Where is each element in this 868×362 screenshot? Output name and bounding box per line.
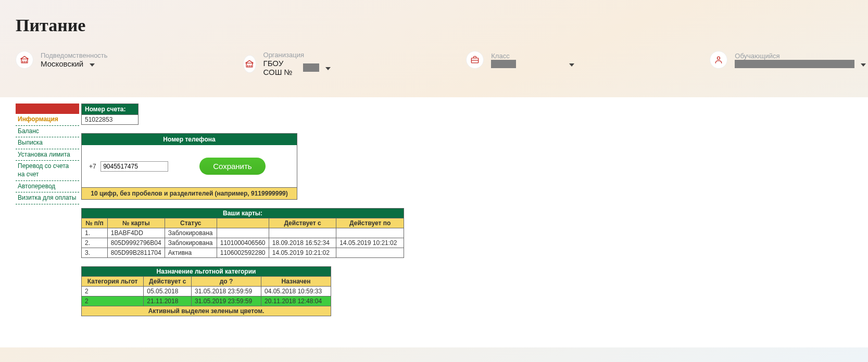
- col-header: Статус: [165, 218, 217, 228]
- col-header: Действует с: [269, 218, 336, 228]
- filters-bar: Подведомственность Московский Организаци…: [16, 51, 852, 76]
- cards-table: Ваши карты: № п/п № карты Статус Действу…: [81, 208, 404, 258]
- col-header: Категория льгот: [82, 277, 144, 287]
- page-title: Питание: [16, 16, 852, 35]
- redacted-block: [303, 63, 319, 72]
- col-header: Действует по: [336, 218, 404, 228]
- benefit-title: Назначение льготной категории: [82, 267, 331, 277]
- table-row: 1.1BABF4DDЗаблокирована: [82, 228, 404, 238]
- col-header: Назначен: [261, 277, 331, 287]
- table-row: 2 05.05.2018 31.05.2018 23:59:59 04.05.2…: [82, 287, 331, 296]
- filter-label: Подведомственность: [41, 51, 108, 59]
- filter-label: Класс: [491, 52, 574, 60]
- filter-value: ГБОУ СОШ №: [263, 59, 297, 76]
- col-header: до ?: [192, 277, 261, 287]
- col-header: [217, 218, 269, 228]
- filter-value: Московский: [41, 59, 83, 68]
- sidebar-item-limit[interactable]: Установка лимита: [16, 149, 79, 161]
- sidebar-item-statement[interactable]: Выписка: [16, 137, 79, 149]
- chevron-down-icon: [861, 63, 866, 67]
- redacted-block: [735, 60, 854, 68]
- building-icon: [16, 51, 33, 69]
- building-icon: [243, 55, 256, 73]
- sidebar-item-transfer[interactable]: Перевод со счета на счет: [16, 161, 79, 180]
- chevron-down-icon: [90, 63, 95, 67]
- filter-class[interactable]: Класс: [466, 51, 574, 69]
- chevron-down-icon: [325, 67, 331, 70]
- account-value: 51022853: [81, 115, 139, 125]
- col-header: Действует с: [144, 277, 192, 287]
- filter-student[interactable]: Обучающийся: [710, 51, 866, 69]
- sidebar: Информация Баланс Выписка Установка лими…: [16, 104, 79, 204]
- phone-block: Номер телефона +7 Сохранить 10 цифр, без…: [81, 133, 297, 200]
- account-label: Номер счета:: [81, 104, 139, 115]
- filter-label: Обучающийся: [735, 52, 866, 60]
- sidebar-item-autotransfer[interactable]: Автоперевод: [16, 181, 79, 193]
- sidebar-item-info[interactable]: Информация: [16, 114, 79, 126]
- benefit-footer: Активный выделен зеленым цветом.: [82, 306, 331, 316]
- phone-hint: 10 цифр, без пробелов и разделителей (на…: [82, 187, 297, 199]
- cards-title: Ваши карты:: [82, 209, 404, 218]
- save-button[interactable]: Сохранить: [199, 158, 266, 175]
- filter-organization[interactable]: Организация ГБОУ СОШ №: [243, 51, 331, 76]
- phone-prefix: +7: [89, 163, 96, 170]
- redacted-block: [491, 60, 516, 68]
- person-icon: [710, 51, 727, 69]
- filter-label: Организация: [263, 51, 331, 59]
- phone-input[interactable]: [100, 161, 168, 172]
- table-row: 3.805D99B2811704Активна110600259228014.0…: [82, 248, 404, 258]
- svg-point-1: [718, 57, 720, 59]
- filter-department[interactable]: Подведомственность Московский: [16, 51, 108, 69]
- chevron-down-icon: [569, 63, 574, 67]
- briefcase-icon: [466, 51, 484, 69]
- sidebar-header-bar: [16, 104, 79, 114]
- sidebar-item-paycard[interactable]: Визитка для оплаты: [16, 192, 79, 204]
- col-header: № карты: [107, 218, 165, 228]
- account-block: Номер счета: 51022853: [81, 104, 404, 125]
- table-row-active: 2 21.11.2018 31.05.2019 23:59:59 20.11.2…: [82, 296, 331, 306]
- sidebar-item-balance[interactable]: Баланс: [16, 126, 79, 138]
- col-header: № п/п: [82, 218, 108, 228]
- benefit-table: Назначение льготной категории Категория …: [81, 266, 331, 316]
- table-row: 2.805D9992796B04Заблокирована11010004065…: [82, 238, 404, 248]
- phone-header: Номер телефона: [82, 134, 297, 145]
